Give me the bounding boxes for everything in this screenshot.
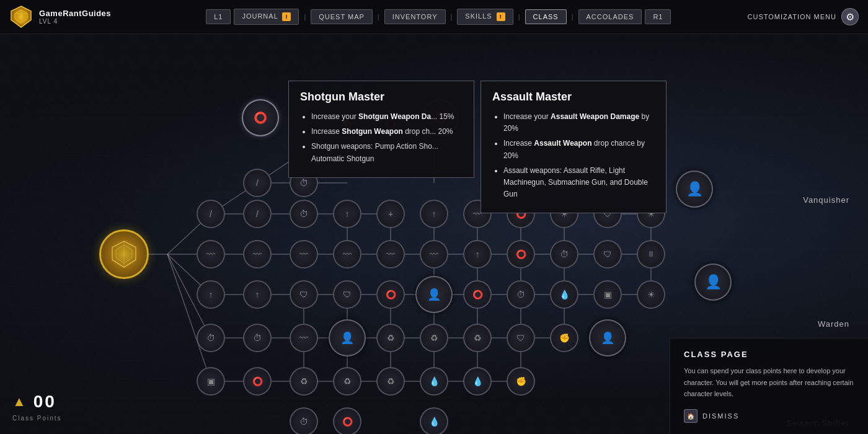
node-415-290[interactable]: /: [243, 200, 272, 228]
nav-journal[interactable]: JOURNAL !: [234, 9, 299, 25]
player-name: GameRantGuides: [39, 9, 111, 18]
node-840-355[interactable]: ⭕: [507, 240, 535, 268]
node-340-290[interactable]: /: [197, 200, 225, 228]
nav-accolades[interactable]: ACCOLADES: [578, 9, 642, 24]
origin-node[interactable]: [99, 229, 149, 279]
shotgun-item-2: Increase Shotgun Weapon drop ch... 20%: [311, 126, 463, 138]
node-490-420[interactable]: 🛡: [290, 280, 318, 309]
node-630-355[interactable]: 〰: [376, 240, 405, 268]
node-490-625[interactable]: ⏱: [290, 407, 318, 434]
class-points-row: ▲ 00: [12, 392, 62, 412]
assault-master-title: Assault Master: [492, 91, 655, 104]
node-700-490[interactable]: ♻: [420, 324, 448, 352]
node-700-290[interactable]: ↑: [420, 200, 448, 228]
shotgun-master-node[interactable]: ⭕: [242, 99, 279, 136]
class-points-label: Class Points: [12, 415, 62, 422]
node-415-240[interactable]: /: [243, 169, 272, 197]
node-700-355[interactable]: 〰: [420, 240, 448, 268]
class-points-section: ▲ 00 Class Points: [12, 392, 62, 422]
node-340-355[interactable]: 〰: [197, 240, 225, 268]
node-560-420[interactable]: 🛡: [333, 280, 361, 309]
node-700-625[interactable]: 💧: [420, 407, 448, 434]
node-560-560[interactable]: ♻: [333, 367, 361, 396]
node-980-490[interactable]: 👤: [589, 319, 626, 356]
dismiss-icon: 🏠: [684, 409, 698, 423]
node-340-560[interactable]: ▣: [197, 367, 225, 396]
node-840-420[interactable]: ⏱: [507, 280, 535, 309]
node-560-490[interactable]: 👤: [329, 319, 366, 356]
node-340-490[interactable]: ⏱: [197, 324, 225, 352]
customization-menu-area: CUSTOMIZATION MENU ⚙: [748, 8, 859, 25]
node-490-560[interactable]: ♻: [290, 367, 318, 396]
player-level: LVL 4: [39, 18, 111, 25]
node-700-560[interactable]: 💧: [420, 367, 448, 396]
nav-skills[interactable]: SKILLS !: [457, 9, 513, 25]
player-shield-icon: [9, 5, 33, 29]
node-770-355[interactable]: ↑: [463, 240, 492, 268]
dismiss-row[interactable]: 🏠 DISMISS: [684, 409, 854, 423]
main-content: 🔫 ⭕ 🛡 ↑ ✦ / ⏱ ⭕ ⭕ / / ⏱ ↑ + ↑: [0, 34, 868, 434]
shotgun-item-3: Shotgun weapons: Pump Action Sho... Auto…: [311, 141, 463, 164]
nav-items: L1 JOURNAL ! | QUEST MAP | INVENTORY | S…: [130, 9, 747, 25]
customization-menu-button[interactable]: CUSTOMIZATION MENU: [748, 13, 836, 20]
node-840-490[interactable]: 🛡: [507, 324, 535, 352]
node-910-490[interactable]: ✊: [550, 324, 578, 352]
assault-item-2: Increase Assault Weapon drop chance by 2…: [503, 138, 655, 161]
class-points-icon: ▲: [12, 394, 26, 410]
node-770-560[interactable]: 💧: [463, 367, 492, 396]
node-840-560[interactable]: ✊: [507, 367, 535, 396]
assault-item-3: Assault weapons: Assault Rifle, Light Ma…: [503, 165, 655, 201]
node-490-290[interactable]: ⏱: [290, 200, 318, 228]
node-warden-art[interactable]: 👤: [694, 264, 732, 301]
node-560-355[interactable]: 〰: [333, 240, 361, 268]
node-630-420[interactable]: ⭕: [376, 280, 405, 309]
node-910-420[interactable]: 💧: [550, 280, 578, 309]
dismiss-label[interactable]: DISMISS: [702, 412, 739, 420]
journal-alert: !: [282, 12, 291, 21]
svg-line-9: [167, 254, 211, 381]
skills-alert: !: [497, 12, 505, 21]
node-490-355[interactable]: 〰: [290, 240, 318, 268]
node-630-290[interactable]: +: [376, 200, 405, 228]
node-770-420[interactable]: ⭕: [463, 280, 492, 309]
node-340-420[interactable]: ↑: [197, 280, 225, 309]
warden-label: Warden: [818, 319, 849, 329]
node-700-420[interactable]: 👤: [415, 276, 453, 313]
node-415-355[interactable]: 〰: [243, 240, 272, 268]
settings-icon[interactable]: ⚙: [841, 8, 859, 25]
node-415-490[interactable]: ⏱: [243, 324, 272, 352]
player-name-section: GameRantGuides LVL 4: [39, 9, 111, 25]
info-panel: CLASS PAGE You can spend your class poin…: [670, 338, 868, 434]
node-1050-355[interactable]: II: [637, 240, 665, 268]
shotgun-item-1: Increase your Shotgun Weapon Da... 15%: [311, 111, 463, 123]
nav-quest-map[interactable]: QUEST MAP: [311, 9, 373, 24]
node-vanquisher-art[interactable]: 👤: [676, 170, 713, 208]
node-560-290[interactable]: ↑: [333, 200, 361, 228]
assault-master-tooltip: Assault Master Increase your Assault Wea…: [480, 81, 666, 213]
node-980-355[interactable]: 🛡: [593, 240, 622, 268]
class-points-value: 00: [33, 392, 56, 412]
nav-inventory[interactable]: INVENTORY: [384, 9, 446, 24]
assault-master-list: Increase your Assault Weapon Damage by 2…: [492, 111, 655, 200]
node-630-490[interactable]: ♻: [376, 324, 405, 352]
node-630-560[interactable]: ♻: [376, 367, 405, 396]
node-415-420[interactable]: ↑: [243, 280, 272, 309]
shotgun-master-title: Shotgun Master: [300, 91, 463, 104]
nav-class[interactable]: CLASS: [525, 9, 567, 24]
player-info: GameRantGuides LVL 4: [9, 5, 111, 29]
shotgun-master-list: Increase your Shotgun Weapon Da... 15% I…: [300, 111, 463, 165]
node-1050-420[interactable]: ☀: [637, 280, 665, 309]
top-navigation: GameRantGuides LVL 4 L1 JOURNAL ! | QUES…: [0, 0, 868, 34]
r1-button[interactable]: R1: [645, 9, 671, 24]
shotgun-master-tooltip: Shotgun Master Increase your Shotgun Wea…: [288, 81, 474, 178]
l1-button[interactable]: L1: [206, 9, 231, 24]
vanquisher-label: Vanquisher: [803, 195, 849, 205]
node-770-490[interactable]: ♻: [463, 324, 492, 352]
node-415-560[interactable]: ⭕: [243, 367, 272, 396]
node-910-355[interactable]: ⏱: [550, 240, 578, 268]
info-panel-title: CLASS PAGE: [684, 350, 854, 359]
node-560-625[interactable]: ⭕: [333, 407, 361, 434]
node-980-420[interactable]: ▣: [593, 280, 622, 309]
assault-item-1: Increase your Assault Weapon Damage by 2…: [503, 111, 655, 135]
node-490-490[interactable]: 〰: [290, 324, 318, 352]
